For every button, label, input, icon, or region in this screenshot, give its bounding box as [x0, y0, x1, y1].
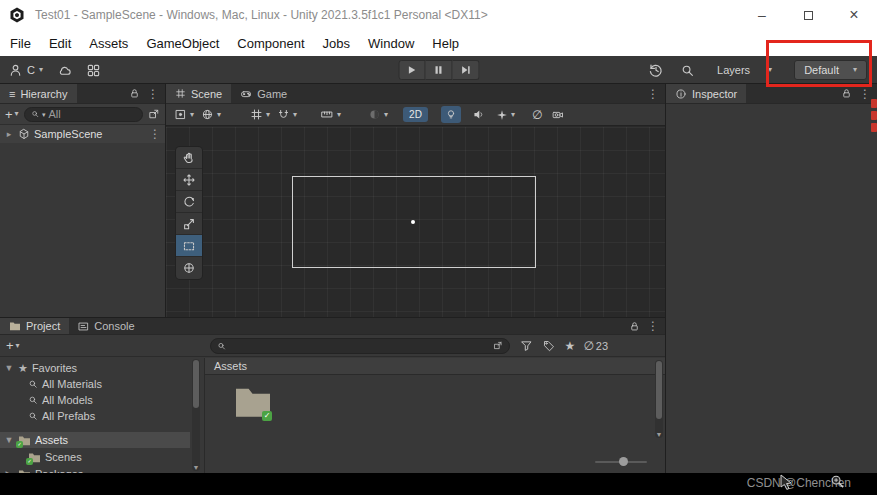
open-search-window-icon[interactable] [493, 340, 503, 351]
scrollbar-thumb[interactable] [656, 361, 662, 419]
pivot-dropdown[interactable]: ▾ [174, 108, 194, 121]
create-button[interactable]: +▾ [5, 107, 19, 122]
hamburger-icon: ≡ [9, 88, 15, 100]
undo-history-button[interactable] [648, 62, 664, 78]
tab-game[interactable]: Game [231, 84, 296, 103]
chevron-down-icon: ▾ [853, 66, 857, 74]
project-panel: Project Console ⋮ +▾ ★ ∅ 23 [0, 317, 665, 473]
expand-caret-icon[interactable]: ▼ [4, 363, 14, 373]
hierarchy-search-input[interactable] [48, 108, 136, 120]
info-icon [675, 88, 687, 100]
asset-folder-item[interactable]: ✓ [232, 384, 274, 418]
move-tool[interactable] [176, 169, 202, 191]
toggle-2d-button[interactable]: 2D [403, 107, 428, 122]
tree-item-favorites[interactable]: ▼ ★ Favorites [0, 360, 190, 376]
menu-edit[interactable]: Edit [40, 30, 80, 56]
search-by-type-icon[interactable] [520, 339, 533, 352]
hidden-count-toggle[interactable]: ∅ 23 [583, 339, 608, 353]
save-search-star-icon[interactable]: ★ [565, 339, 576, 353]
tab-hierarchy[interactable]: ≡ Hierarchy [0, 84, 77, 103]
effects-dropdown[interactable]: ▾ [496, 109, 515, 121]
tab-inspector[interactable]: Inspector [666, 84, 746, 103]
scroll-down-arrow-icon[interactable]: ▼ [655, 431, 663, 438]
kebab-menu-icon[interactable]: ⋮ [149, 128, 161, 140]
lock-icon[interactable] [129, 88, 140, 99]
assets-scrollbar[interactable]: ▼ [655, 360, 663, 438]
tree-item-all-materials[interactable]: All Materials [0, 376, 190, 392]
hand-icon [182, 151, 196, 165]
project-search-input[interactable] [230, 340, 489, 352]
project-search[interactable] [210, 338, 510, 354]
cloud-button[interactable] [56, 63, 73, 78]
scale-icon [182, 217, 196, 231]
audio-toggle-button[interactable] [472, 108, 485, 121]
lock-icon[interactable] [841, 88, 852, 99]
tree-item-all-prefabs[interactable]: All Prefabs [0, 408, 190, 424]
menu-assets[interactable]: Assets [80, 30, 137, 56]
handle-rotation-dropdown[interactable]: ▾ [201, 108, 221, 121]
tree-item-scenes[interactable]: ✓ Scenes [0, 449, 190, 465]
hierarchy-item-samplescene[interactable]: ▸ SampleScene ⋮ [0, 125, 165, 143]
create-asset-button[interactable]: +▾ [6, 338, 20, 353]
menu-bar: File Edit Assets GameObject Component Jo… [0, 30, 877, 56]
scene-visibility-toggle[interactable]: ∅ [532, 108, 542, 122]
scrollbar-thumb[interactable] [193, 360, 199, 408]
menu-jobs[interactable]: Jobs [314, 30, 359, 56]
tree-item-all-models[interactable]: All Models [0, 392, 190, 408]
minimize-button[interactable]: – [739, 0, 785, 30]
scale-tool[interactable] [176, 213, 202, 235]
project-folder-tree: ▼ ★ Favorites All Materials All Models A… [0, 358, 205, 473]
menu-window[interactable]: Window [359, 30, 423, 56]
rotate-tool[interactable] [176, 191, 202, 213]
account-dropdown[interactable]: C ▾ [8, 63, 43, 78]
label-tag-icon[interactable] [543, 340, 555, 352]
menu-component[interactable]: Component [228, 30, 313, 56]
transform-tool[interactable] [176, 257, 202, 279]
tab-console[interactable]: Console [69, 318, 143, 334]
expand-caret-icon[interactable]: ▸ [4, 129, 14, 139]
step-button[interactable] [452, 60, 479, 80]
tree-scrollbar[interactable]: ▼ [192, 359, 200, 471]
thumbnail-zoom-slider[interactable] [595, 457, 647, 466]
layout-dropdown[interactable]: Default ▾ [794, 60, 867, 80]
kebab-menu-icon[interactable]: ⋮ [647, 88, 659, 100]
menu-gameobject[interactable]: GameObject [137, 30, 228, 56]
star-icon: ★ [18, 362, 28, 375]
menu-file[interactable]: File [1, 30, 40, 56]
project-toolbar: +▾ ★ ∅ 23 [0, 335, 665, 357]
camera-settings-button[interactable] [551, 109, 565, 121]
pause-button[interactable] [425, 60, 452, 80]
pause-icon [432, 64, 444, 76]
search-button[interactable] [680, 63, 695, 78]
layers-dropdown[interactable]: Layers ▾ [711, 61, 778, 79]
chevron-down-icon: ▾ [39, 66, 43, 74]
sparkle-icon [496, 109, 508, 121]
grid-visibility-dropdown[interactable]: ▾ [250, 108, 270, 121]
tab-project[interactable]: Project [0, 318, 69, 334]
tab-scene[interactable]: Scene [166, 84, 231, 103]
menu-help[interactable]: Help [423, 30, 468, 56]
hierarchy-search[interactable]: ▾ [24, 107, 143, 122]
draw-mode-dropdown[interactable]: ▾ [368, 108, 388, 121]
play-button[interactable] [398, 60, 425, 80]
kebab-menu-icon[interactable]: ⋮ [647, 320, 659, 332]
tree-item-packages[interactable]: ▶ Packages [0, 466, 190, 473]
snap-settings-dropdown[interactable]: ▾ [277, 108, 297, 121]
slider-thumb[interactable] [619, 457, 628, 466]
cloud-icon [56, 63, 73, 78]
lighting-toggle-button[interactable] [441, 106, 461, 123]
tree-item-assets[interactable]: ▼ ✓ Assets [0, 432, 190, 448]
assets-breadcrumb: Assets [205, 358, 665, 375]
rect-tool[interactable] [176, 235, 202, 257]
kebab-menu-icon[interactable]: ⋮ [147, 88, 159, 100]
expand-caret-icon[interactable]: ▼ [4, 435, 14, 445]
collab-button[interactable] [86, 63, 101, 78]
view-hand-tool[interactable] [176, 147, 202, 169]
maximize-button[interactable] [785, 0, 831, 30]
open-search-window-icon[interactable] [148, 108, 160, 120]
close-button[interactable]: × [831, 0, 877, 30]
scene-canvas[interactable] [166, 127, 665, 317]
measure-dropdown[interactable]: ▾ [320, 108, 341, 121]
scroll-down-arrow-icon[interactable]: ▼ [192, 464, 200, 471]
lock-icon[interactable] [629, 321, 640, 332]
